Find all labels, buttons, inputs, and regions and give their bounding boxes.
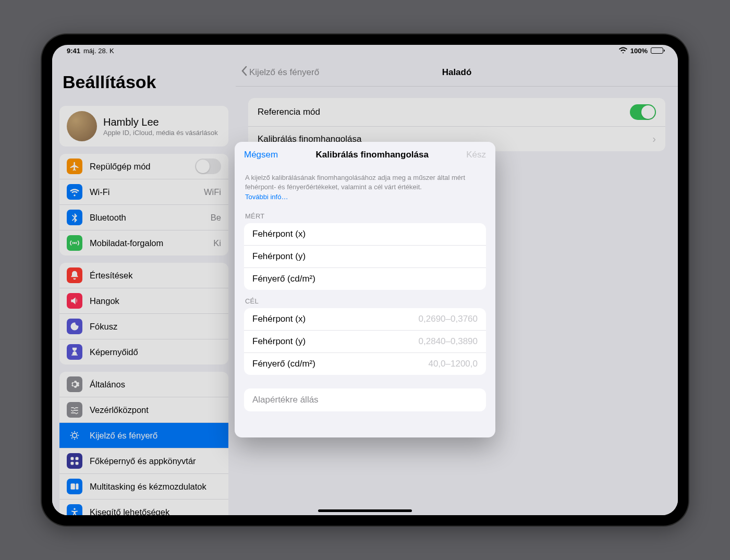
measured-lum-label: Fényerő (cd/m²)	[252, 274, 315, 284]
target-wy-placeholder: 0,2840–0,3890	[419, 336, 478, 347]
measured-wy-row[interactable]: Fehérpont (y)	[244, 246, 486, 268]
home-indicator[interactable]	[318, 509, 412, 512]
target-lum-label: Fényerő (cd/m²)	[252, 359, 315, 369]
target-wx-placeholder: 0,2690–0,3760	[419, 314, 478, 324]
sheet-header: Mégsem Kalibrálás finomhangolása Kész	[235, 142, 495, 168]
measured-wy-label: Fehérpont (y)	[252, 251, 306, 262]
sheet-title: Kalibrálás finomhangolása	[316, 150, 429, 160]
reset-button[interactable]: Alapértékre állás	[244, 388, 486, 411]
target-section-label: CÉL	[244, 290, 486, 308]
sheet-description: A kijelző kalibrálásának finomhangolásáh…	[244, 168, 486, 192]
ipad-frame: 9:41 máj. 28. K 100% Beállítások	[42, 34, 688, 526]
target-lum-placeholder: 40,0–1200,0	[428, 359, 478, 369]
target-lum-row[interactable]: Fényerő (cd/m²) 40,0–1200,0	[244, 353, 486, 375]
measured-group: Fehérpont (x) Fehérpont (y) Fényerő (cd/…	[244, 223, 486, 290]
ipad-screen: 9:41 máj. 28. K 100% Beállítások	[52, 45, 678, 515]
more-info-link[interactable]: További infó…	[244, 192, 486, 205]
target-wy-row[interactable]: Fehérpont (y) 0,2840–0,3890	[244, 331, 486, 353]
target-wy-label: Fehérpont (y)	[252, 336, 306, 347]
measured-wx-row[interactable]: Fehérpont (x)	[244, 223, 486, 246]
target-wx-row[interactable]: Fehérpont (x) 0,2690–0,3760	[244, 308, 486, 331]
target-wx-label: Fehérpont (x)	[252, 314, 306, 324]
measured-lum-row[interactable]: Fényerő (cd/m²)	[244, 268, 486, 290]
target-group: Fehérpont (x) 0,2690–0,3760 Fehérpont (y…	[244, 308, 486, 375]
reset-group: Alapértékre állás	[244, 388, 486, 411]
done-button[interactable]: Kész	[466, 150, 486, 160]
measured-section-label: MÉRT	[244, 205, 486, 223]
calibration-sheet: Mégsem Kalibrálás finomhangolása Kész A …	[235, 142, 495, 437]
cancel-button[interactable]: Mégsem	[244, 150, 278, 160]
measured-wx-label: Fehérpont (x)	[252, 229, 306, 239]
